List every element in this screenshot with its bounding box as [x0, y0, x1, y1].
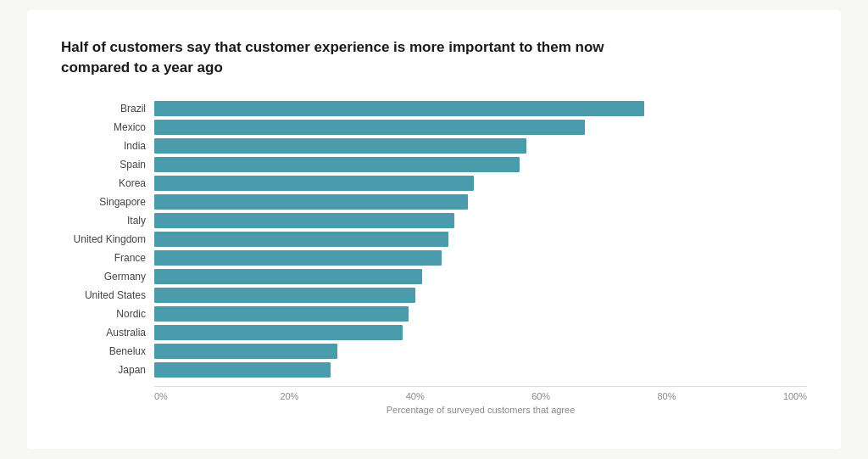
bar-track [154, 138, 807, 154]
bar-label: Korea [61, 177, 154, 189]
chart-body: BrazilMexicoIndiaSpainKoreaSingaporeItal… [61, 101, 807, 381]
bar-row: Germany [61, 269, 807, 284]
bar-label: India [61, 140, 154, 152]
bar-track [154, 157, 807, 172]
bar-row: Spain [61, 157, 807, 172]
x-tick: 20% [280, 386, 405, 401]
bar-fill [154, 269, 422, 284]
x-axis-label: Percentage of surveyed customers that ag… [154, 405, 807, 415]
bar-fill [154, 288, 415, 303]
bar-row: Australia [61, 325, 807, 340]
bar-label: France [61, 252, 154, 264]
bar-track [154, 306, 807, 322]
bar-track [154, 288, 807, 303]
bar-track [154, 194, 807, 210]
bar-row: Nordic [61, 306, 807, 322]
bar-track [154, 344, 807, 359]
bar-fill [154, 344, 337, 359]
bar-track [154, 120, 807, 135]
x-tick: 100% [783, 386, 807, 401]
bar-row: India [61, 138, 807, 154]
bar-row: Korea [61, 176, 807, 191]
bar-row: Brazil [61, 101, 807, 116]
bar-fill [154, 157, 520, 172]
x-tick: 0% [154, 386, 280, 401]
bar-fill [154, 176, 474, 191]
bar-row: Benelux [61, 344, 807, 359]
bar-track [154, 325, 807, 340]
bar-track [154, 213, 807, 228]
bar-row: France [61, 250, 807, 266]
bar-track [154, 176, 807, 191]
bar-fill [154, 194, 468, 210]
bar-row: Mexico [61, 120, 807, 135]
bar-row: Japan [61, 362, 807, 378]
x-axis: 0%20%40%60%80%100% [154, 386, 807, 401]
x-tick: 40% [406, 386, 531, 401]
bar-track [154, 101, 807, 116]
x-tick: 80% [658, 386, 783, 401]
bar-fill [154, 120, 585, 135]
bar-label: Germany [61, 271, 154, 283]
bar-label: Mexico [61, 121, 154, 133]
bar-fill [154, 325, 403, 340]
bar-track [154, 362, 807, 378]
bar-row: United Kingdom [61, 232, 807, 247]
bar-label: Brazil [61, 103, 154, 115]
bar-label: Italy [61, 215, 154, 227]
bar-label: Singapore [61, 196, 154, 208]
bar-label: Benelux [61, 345, 154, 357]
bar-fill [154, 213, 454, 228]
bar-track [154, 232, 807, 247]
bar-fill [154, 138, 526, 154]
bar-label: United States [61, 289, 154, 301]
bar-track [154, 269, 807, 284]
bar-label: Australia [61, 327, 154, 339]
bar-row: Singapore [61, 194, 807, 210]
bar-fill [154, 250, 442, 266]
bar-fill [154, 306, 409, 322]
bar-label: Japan [61, 364, 154, 376]
bar-row: United States [61, 288, 807, 303]
bar-fill [154, 232, 448, 247]
x-tick: 60% [531, 386, 657, 401]
bar-track [154, 250, 807, 266]
chart-title: Half of customers say that customer expe… [61, 37, 637, 78]
bar-fill [154, 101, 644, 116]
bar-row: Italy [61, 213, 807, 228]
bar-fill [154, 362, 331, 378]
bar-label: United Kingdom [61, 233, 154, 245]
chart-container: Half of customers say that customer expe… [27, 10, 841, 450]
bar-label: Nordic [61, 308, 154, 320]
bar-label: Spain [61, 159, 154, 171]
